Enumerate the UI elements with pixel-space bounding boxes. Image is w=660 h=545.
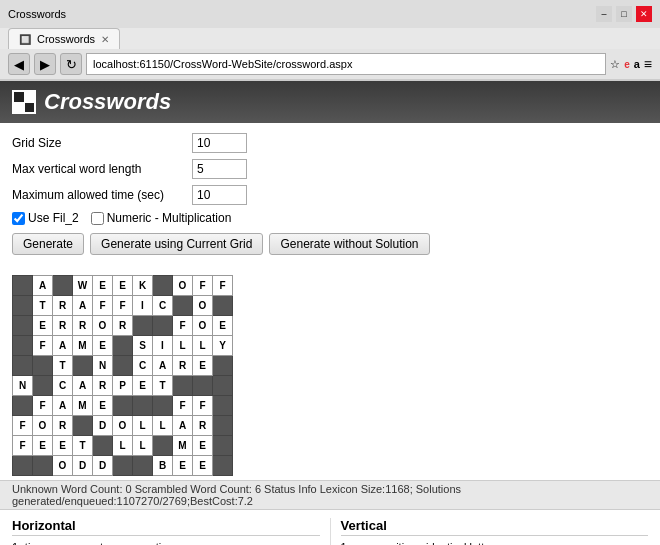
grid-cell	[113, 456, 133, 476]
grid-cell: R	[93, 376, 113, 396]
grid-cell: P	[113, 376, 133, 396]
grid-cell	[173, 376, 193, 396]
grid-cell	[113, 356, 133, 376]
generate-no-solution-button[interactable]: Generate without Solution	[269, 233, 429, 255]
grid-cell: E	[213, 316, 233, 336]
grid-cell: R	[53, 416, 73, 436]
numeric-mult-label: Numeric - Multiplication	[107, 211, 232, 225]
forward-button[interactable]: ▶	[34, 53, 56, 75]
grid-cell	[213, 436, 233, 456]
grid-cell	[113, 336, 133, 356]
close-button[interactable]: ✕	[636, 6, 652, 22]
grid-cell	[213, 456, 233, 476]
generate-current-button[interactable]: Generate using Current Grid	[90, 233, 263, 255]
grid-cell	[133, 396, 153, 416]
clues-section: Horizontal 1- time component - a prepost…	[0, 510, 660, 545]
star-icon: ☆	[610, 58, 620, 71]
grid-cell: A	[33, 276, 53, 296]
grid-cell	[153, 436, 173, 456]
browser-tab[interactable]: 🔲 Crosswords ✕	[8, 28, 120, 49]
horizontal-clue-item: 1- time component - a prepostion	[12, 540, 320, 545]
grid-cell	[213, 376, 233, 396]
grid-cell: E	[173, 456, 193, 476]
tab-close-button[interactable]: ✕	[101, 34, 109, 45]
grid-cell: O	[53, 456, 73, 476]
grid-cell: M	[173, 436, 193, 456]
tab-title: Crosswords	[37, 33, 95, 45]
max-vertical-input[interactable]	[192, 159, 247, 179]
grid-cell: F	[33, 396, 53, 416]
grid-cell	[53, 276, 73, 296]
grid-cell: L	[173, 336, 193, 356]
nav-icons: ☆ e a ≡	[610, 56, 652, 72]
grid-cell: F	[33, 336, 53, 356]
grid-cell	[153, 396, 173, 416]
grid-cell	[13, 296, 33, 316]
grid-cell: D	[93, 456, 113, 476]
grid-cell	[173, 296, 193, 316]
ebay-icon: e	[624, 59, 630, 70]
minimize-button[interactable]: –	[596, 6, 612, 22]
grid-cell: F	[193, 276, 213, 296]
grid-cell: M	[73, 396, 93, 416]
grid-cell: A	[73, 376, 93, 396]
grid-cell	[13, 276, 33, 296]
grid-cell: O	[113, 416, 133, 436]
grid-cell: E	[33, 316, 53, 336]
grid-cell: F	[173, 316, 193, 336]
grid-cell: R	[113, 316, 133, 336]
grid-cell: L	[133, 436, 153, 456]
grid-cell: A	[53, 396, 73, 416]
grid-cell: E	[113, 276, 133, 296]
grid-cell: I	[133, 296, 153, 316]
grid-cell: F	[193, 396, 213, 416]
vertical-clues-list: 1- a preposition - identical letters2- e…	[341, 540, 649, 545]
grid-cell: A	[73, 296, 93, 316]
grid-cell: T	[153, 376, 173, 396]
max-time-input[interactable]	[192, 185, 247, 205]
grid-cell	[73, 356, 93, 376]
maximize-button[interactable]: □	[616, 6, 632, 22]
grid-size-input[interactable]	[192, 133, 247, 153]
horizontal-clues-list: 1- time component - a prepostion2- passg…	[12, 540, 320, 545]
grid-cell	[33, 376, 53, 396]
generate-button[interactable]: Generate	[12, 233, 84, 255]
tab-favicon: 🔲	[19, 34, 31, 45]
grid-cell: O	[193, 296, 213, 316]
grid-size-label: Grid Size	[12, 136, 192, 150]
icon-cell-1	[14, 92, 24, 102]
grid-cell: F	[213, 276, 233, 296]
use-fil2-checkbox[interactable]	[12, 212, 25, 225]
grid-cell	[213, 416, 233, 436]
browser-chrome: Crosswords – □ ✕ 🔲 Crosswords ✕ ◀ ▶ ↻ ☆ …	[0, 0, 660, 81]
page-content: Crosswords Grid Size Max vertical word l…	[0, 81, 660, 545]
vertical-clue-item: 1- a preposition - identical letters	[341, 540, 649, 545]
grid-cell: F	[13, 416, 33, 436]
vertical-clues: Vertical 1- a preposition - identical le…	[330, 518, 649, 545]
grid-cell: C	[153, 296, 173, 316]
back-button[interactable]: ◀	[8, 53, 30, 75]
address-bar[interactable]	[86, 53, 606, 75]
grid-cell: F	[13, 436, 33, 456]
form-area: Grid Size Max vertical word length Maxim…	[0, 123, 660, 275]
amazon-icon: a	[634, 58, 640, 70]
refresh-button[interactable]: ↻	[60, 53, 82, 75]
numeric-mult-checkbox[interactable]	[91, 212, 104, 225]
grid-cell: N	[13, 376, 33, 396]
grid-cell: E	[193, 436, 213, 456]
grid-cell: F	[173, 396, 193, 416]
max-time-row: Maximum allowed time (sec)	[12, 185, 648, 205]
grid-cell: E	[53, 436, 73, 456]
grid-cell	[93, 436, 113, 456]
grid-cell: R	[173, 356, 193, 376]
app-title: Crosswords	[44, 89, 171, 115]
grid-cell: D	[93, 416, 113, 436]
status-bar: Unknown Word Count: 0 Scrambled Word Cou…	[0, 480, 660, 510]
menu-icon[interactable]: ≡	[644, 56, 652, 72]
grid-cell: A	[173, 416, 193, 436]
grid-cell	[13, 316, 33, 336]
tab-bar: 🔲 Crosswords ✕	[0, 28, 660, 49]
grid-cell	[13, 456, 33, 476]
grid-cell	[73, 416, 93, 436]
grid-cell: N	[93, 356, 113, 376]
